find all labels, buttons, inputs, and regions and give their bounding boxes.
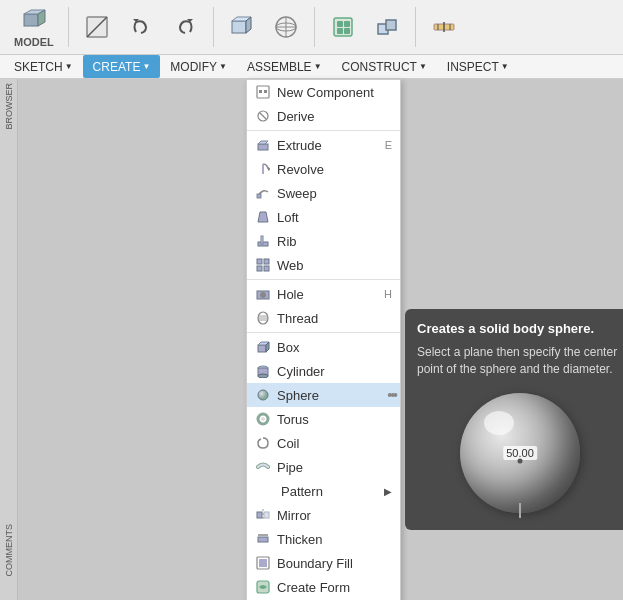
sphere-tooltip: Creates a solid body sphere. Select a pl… (405, 309, 623, 530)
menu-item-extrude[interactable]: Extrude E (247, 133, 400, 157)
svg-rect-23 (257, 86, 269, 98)
create-dropdown: New Component Derive Extrude E (246, 79, 401, 600)
component-icon (329, 13, 357, 41)
hole-icon (255, 286, 271, 302)
model-button[interactable]: MODEL (8, 4, 60, 50)
nav-modify-arrow: ▼ (219, 62, 227, 71)
browser-label[interactable]: BROWSER (2, 79, 16, 134)
nav-sketch[interactable]: SKETCH ▼ (4, 55, 83, 78)
menu-item-boundary-fill[interactable]: Boundary Fill (247, 551, 400, 575)
assembly-button[interactable] (367, 11, 407, 43)
svg-rect-0 (24, 14, 38, 26)
nav-assemble[interactable]: ASSEMBLE ▼ (237, 55, 332, 78)
box-icon (255, 339, 271, 355)
nav-inspect-label: INSPECT (447, 60, 499, 74)
svg-rect-27 (258, 144, 268, 150)
svg-point-40 (260, 292, 266, 298)
sweep-label: Sweep (277, 186, 317, 201)
loft-icon (255, 209, 271, 225)
toolbar: MODEL (0, 0, 623, 55)
menu-item-sweep[interactable]: Sweep (247, 181, 400, 205)
3d-view-icon (228, 13, 256, 41)
svg-point-50 (258, 374, 268, 378)
nav-modify[interactable]: MODIFY ▼ (160, 55, 237, 78)
svg-rect-38 (264, 266, 269, 271)
menu-item-pipe[interactable]: Pipe (247, 455, 400, 479)
tooltip-description: Select a plane then specify the center p… (417, 344, 623, 378)
undo-icon (127, 13, 155, 41)
redo-button[interactable] (165, 11, 205, 43)
menu-item-derive[interactable]: Derive (247, 104, 400, 128)
coil-icon (255, 435, 271, 451)
svg-rect-36 (264, 259, 269, 264)
thread-label: Thread (277, 311, 318, 326)
svg-marker-29 (268, 167, 270, 171)
navbar: SKETCH ▼ CREATE ▼ MODIFY ▼ ASSEMBLE ▼ CO… (0, 55, 623, 79)
component-button[interactable] (323, 11, 363, 43)
cylinder-label: Cylinder (277, 364, 325, 379)
divider2 (213, 7, 214, 47)
box-label: Box (277, 340, 299, 355)
nav-inspect[interactable]: INSPECT ▼ (437, 55, 519, 78)
menu-item-sphere[interactable]: Sphere ••• (247, 383, 400, 407)
undo-button[interactable] (121, 11, 161, 43)
nav-create[interactable]: CREATE ▼ (83, 55, 161, 78)
divider4 (415, 7, 416, 47)
measure-button[interactable] (424, 11, 464, 43)
nav-construct[interactable]: CONSTRUCT ▼ (332, 55, 437, 78)
cylinder-icon (255, 363, 271, 379)
menu-item-thicken[interactable]: Thicken (247, 527, 400, 551)
svg-rect-60 (259, 559, 267, 567)
redo-icon (171, 13, 199, 41)
divider (68, 7, 69, 47)
menu-item-web[interactable]: Web (247, 253, 400, 277)
menu-item-box[interactable]: Box (247, 335, 400, 359)
menu-item-thread[interactable]: Thread (247, 306, 400, 330)
menu-item-cylinder[interactable]: Cylinder (247, 359, 400, 383)
torus-label: Torus (277, 412, 309, 427)
divider3 (314, 7, 315, 47)
loft-label: Loft (277, 210, 299, 225)
menu-item-coil[interactable]: Coil (247, 431, 400, 455)
svg-rect-14 (344, 21, 350, 27)
menu-item-mirror[interactable]: Mirror (247, 503, 400, 527)
nav-inspect-arrow: ▼ (501, 62, 509, 71)
comments-label[interactable]: COMMENTS (2, 520, 16, 581)
grid-button[interactable] (266, 11, 306, 43)
menu-item-revolve[interactable]: Revolve (247, 157, 400, 181)
sketch-toolbar-button[interactable] (77, 11, 117, 43)
menu-item-create-form[interactable]: Create Form (247, 575, 400, 599)
extrude-shortcut: E (385, 139, 392, 151)
svg-point-53 (261, 417, 265, 421)
menu-item-torus[interactable]: Torus (247, 407, 400, 431)
nav-construct-label: CONSTRUCT (342, 60, 417, 74)
torus-icon (255, 411, 271, 427)
nav-create-label: CREATE (93, 60, 141, 74)
svg-rect-34 (261, 236, 263, 244)
menu-item-pattern[interactable]: Pattern ▶ (247, 479, 400, 503)
pattern-submenu-arrow: ▶ (384, 486, 392, 497)
menu-item-loft[interactable]: Loft (247, 205, 400, 229)
create-form-label: Create Form (277, 580, 350, 595)
sphere-vertical-line-bottom (519, 503, 521, 518)
coil-label: Coil (277, 436, 299, 451)
grid-icon (272, 13, 300, 41)
sphere-highlight (484, 411, 514, 435)
menu-item-hole[interactable]: Hole H (247, 282, 400, 306)
svg-rect-57 (258, 537, 268, 542)
assembly-icon (373, 13, 401, 41)
pattern-icon (255, 483, 271, 499)
create-form-icon (255, 579, 271, 595)
menu-item-rib[interactable]: Rib (247, 229, 400, 253)
nav-modify-label: MODIFY (170, 60, 217, 74)
tooltip-title: Creates a solid body sphere. (417, 321, 623, 336)
menu-item-new-component[interactable]: New Component (247, 80, 400, 104)
mirror-icon (255, 507, 271, 523)
model-label: MODEL (14, 36, 54, 48)
derive-icon (255, 108, 271, 124)
svg-rect-18 (386, 20, 396, 30)
svg-rect-16 (344, 28, 350, 34)
3d-view-button[interactable] (222, 11, 262, 43)
sphere-options-icon[interactable]: ••• (387, 387, 396, 403)
nav-sketch-label: SKETCH (14, 60, 63, 74)
